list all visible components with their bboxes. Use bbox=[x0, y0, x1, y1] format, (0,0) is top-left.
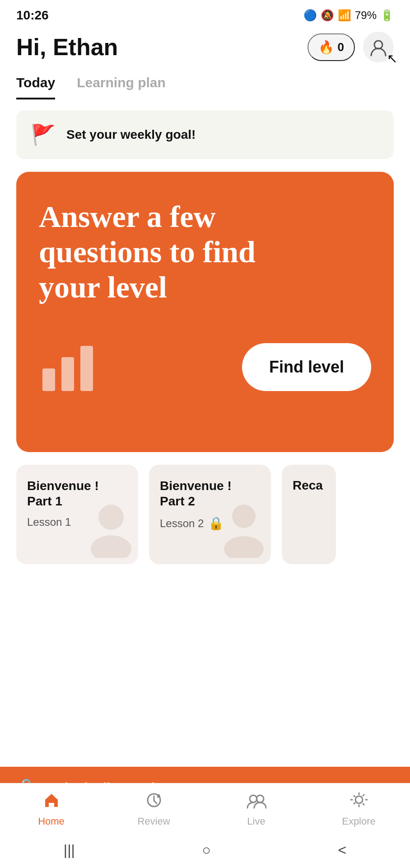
nav-explore[interactable]: Explore bbox=[332, 792, 386, 827]
lesson-card-3-partial[interactable]: Reca bbox=[282, 465, 336, 564]
level-card-bottom: Find level bbox=[39, 341, 371, 393]
flag-icon: 🚩 bbox=[31, 123, 56, 146]
status-icons: 🔵 🔕 📶 79% 🔋 bbox=[303, 9, 394, 22]
person-silhouette-icon bbox=[89, 504, 134, 560]
header-actions: 🔥 0 ↖ bbox=[308, 32, 394, 62]
person-silhouette-icon-2 bbox=[221, 504, 266, 560]
svg-rect-2 bbox=[61, 357, 74, 391]
nav-review[interactable]: Review bbox=[127, 792, 181, 827]
lessons-row: Bienvenue ! Part 1 Lesson 1 Bienvenue ! … bbox=[0, 452, 410, 564]
mute-icon: 🔕 bbox=[321, 9, 334, 22]
bar-chart-icon bbox=[39, 341, 98, 393]
nav-explore-label: Explore bbox=[342, 816, 376, 827]
android-recent-button[interactable]: ||| bbox=[64, 842, 75, 859]
profile-button[interactable]: ↖ bbox=[363, 32, 394, 62]
battery-icon: 🔋 bbox=[380, 9, 394, 22]
svg-point-0 bbox=[374, 41, 382, 49]
nav-home-label: Home bbox=[38, 816, 65, 827]
svg-point-4 bbox=[98, 505, 124, 530]
streak-count: 0 bbox=[338, 40, 344, 54]
bluetooth-icon: 🔵 bbox=[303, 9, 317, 22]
svg-rect-3 bbox=[80, 346, 93, 391]
nav-live[interactable]: Live bbox=[229, 792, 284, 827]
cursor-icon: ↖ bbox=[387, 51, 397, 66]
bottom-nav: Home Review Live bbox=[0, 783, 410, 832]
review-icon bbox=[145, 792, 163, 813]
flame-icon: 🔥 bbox=[318, 40, 334, 55]
profile-icon bbox=[369, 38, 388, 57]
live-icon bbox=[247, 792, 266, 813]
tab-learning-plan[interactable]: Learning plan bbox=[77, 75, 166, 99]
tab-today[interactable]: Today bbox=[16, 75, 55, 99]
wifi-icon: 📶 bbox=[338, 9, 351, 22]
status-time: 10:26 bbox=[16, 8, 49, 23]
nav-home[interactable]: Home bbox=[24, 792, 79, 827]
battery-indicator: 79% bbox=[355, 9, 377, 22]
svg-rect-1 bbox=[42, 368, 55, 391]
lesson-card-1[interactable]: Bienvenue ! Part 1 Lesson 1 bbox=[16, 465, 138, 564]
svg-point-11 bbox=[355, 796, 363, 803]
android-home-button[interactable]: ○ bbox=[202, 842, 210, 859]
greeting-text: Hi, Ethan bbox=[16, 33, 118, 61]
android-nav: ||| ○ < bbox=[0, 832, 410, 868]
svg-point-7 bbox=[224, 536, 264, 558]
goal-text: Set your weekly goal! bbox=[66, 127, 196, 142]
lesson-card-2[interactable]: Bienvenue ! Part 2 Lesson 2 🔒 bbox=[149, 465, 271, 564]
android-back-button[interactable]: < bbox=[338, 842, 346, 859]
find-level-button[interactable]: Find level bbox=[242, 343, 371, 391]
svg-point-6 bbox=[232, 505, 256, 528]
svg-point-5 bbox=[91, 535, 131, 558]
status-bar: 10:26 🔵 🔕 📶 79% 🔋 bbox=[0, 0, 410, 27]
explore-icon bbox=[350, 792, 368, 813]
lesson-3-title: Reca bbox=[293, 478, 325, 493]
header: Hi, Ethan 🔥 0 ↖ bbox=[0, 27, 410, 62]
level-card-title: Answer a few questions to find your leve… bbox=[39, 199, 310, 305]
home-icon bbox=[43, 792, 60, 813]
streak-badge[interactable]: 🔥 0 bbox=[308, 33, 355, 61]
nav-review-label: Review bbox=[137, 816, 170, 827]
level-card[interactable]: Answer a few questions to find your leve… bbox=[16, 172, 394, 452]
nav-live-label: Live bbox=[247, 816, 265, 827]
goal-banner[interactable]: 🚩 Set your weekly goal! bbox=[16, 110, 394, 159]
tab-bar: Today Learning plan bbox=[0, 62, 410, 99]
